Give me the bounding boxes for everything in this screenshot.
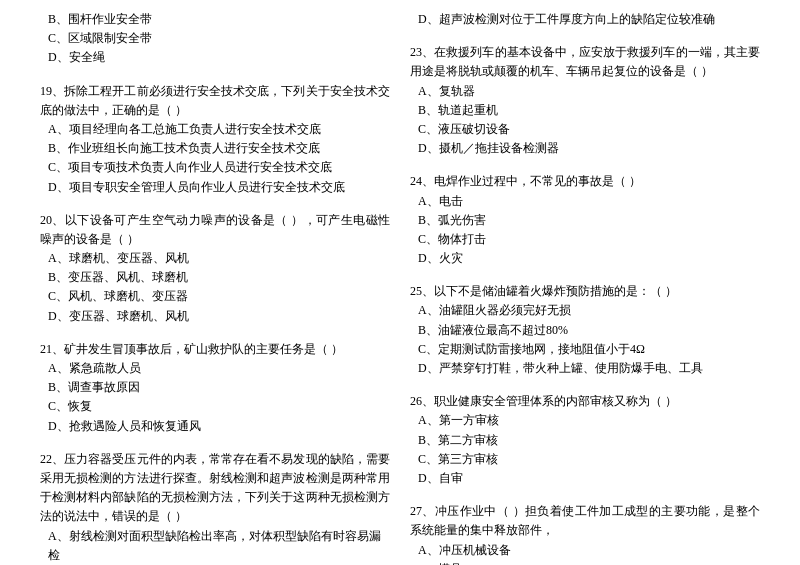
- option: B、弧光伤害: [410, 211, 760, 230]
- question-title: 20、以下设备可产生空气动力噪声的设备是（ ），可产生电磁性噪声的设备是（ ）: [40, 211, 390, 249]
- option: B、作业班组长向施工技术负责人进行安全技术交底: [40, 139, 390, 158]
- option: C、定期测试防雷接地网，接地阻值小于4Ω: [410, 340, 760, 359]
- option: A、第一方审核: [410, 411, 760, 430]
- question-title: 24、电焊作业过程中，不常见的事故是（ ）: [410, 172, 760, 191]
- option: A、射线检测对面积型缺陷检出率高，对体积型缺陷有时容易漏检: [40, 527, 390, 565]
- option: B、调查事故原因: [40, 378, 390, 397]
- option: D、摄机／拖挂设备检测器: [410, 139, 760, 158]
- option: A、电击: [410, 192, 760, 211]
- option: B、围杆作业安全带: [40, 10, 390, 29]
- option: C、恢复: [40, 397, 390, 416]
- option: A、油罐阻火器必须完好无损: [410, 301, 760, 320]
- question-block: 25、以下不是储油罐着火爆炸预防措施的是：（ ）A、油罐阻火器必须完好无损B、油…: [410, 282, 760, 378]
- question-block: 19、拆除工程开工前必须进行安全技术交底，下列关于安全技术交底的做法中，正确的是…: [40, 82, 390, 197]
- question-block: 23、在救援列车的基本设备中，应安放于救援列车的一端，其主要用途是将脱轨或颠覆的…: [410, 43, 760, 158]
- question-title: 23、在救援列车的基本设备中，应安放于救援列车的一端，其主要用途是将脱轨或颠覆的…: [410, 43, 760, 81]
- option: B、模具: [410, 560, 760, 565]
- question-title: 21、矿井发生冒顶事故后，矿山救护队的主要任务是（ ）: [40, 340, 390, 359]
- question-block: D、超声波检测对位于工件厚度方向上的缺陷定位较准确: [410, 10, 760, 29]
- question-block: 22、压力容器受压元件的内表，常常存在看不易发现的缺陷，需要采用无损检测的方法进…: [40, 450, 390, 565]
- question-block: 27、冲压作业中（ ）担负着使工件加工成型的主要功能，是整个系统能量的集中释放部…: [410, 502, 760, 565]
- option: A、球磨机、变压器、风机: [40, 249, 390, 268]
- right-column: D、超声波检测对位于工件厚度方向上的缺陷定位较准确23、在救援列车的基本设备中，…: [410, 10, 760, 565]
- question-block: 21、矿井发生冒顶事故后，矿山救护队的主要任务是（ ）A、紧急疏散人员B、调查事…: [40, 340, 390, 436]
- option: A、复轨器: [410, 82, 760, 101]
- option: A、项目经理向各工总施工负责人进行安全技术交底: [40, 120, 390, 139]
- option: B、变压器、风机、球磨机: [40, 268, 390, 287]
- question-title: 25、以下不是储油罐着火爆炸预防措施的是：（ ）: [410, 282, 760, 301]
- option: D、抢救遇险人员和恢复通风: [40, 417, 390, 436]
- option: D、安全绳: [40, 48, 390, 67]
- option: C、风机、球磨机、变压器: [40, 287, 390, 306]
- option: B、轨道起重机: [410, 101, 760, 120]
- left-column: B、围杆作业安全带C、区域限制安全带D、安全绳19、拆除工程开工前必须进行安全技…: [40, 10, 390, 565]
- option: B、第二方审核: [410, 431, 760, 450]
- question-block: 26、职业健康安全管理体系的内部审核又称为（ ）A、第一方审核B、第二方审核C、…: [410, 392, 760, 488]
- option: A、紧急疏散人员: [40, 359, 390, 378]
- option: B、油罐液位最高不超过80%: [410, 321, 760, 340]
- option: A、冲压机械设备: [410, 541, 760, 560]
- question-block: B、围杆作业安全带C、区域限制安全带D、安全绳: [40, 10, 390, 68]
- question-title: 19、拆除工程开工前必须进行安全技术交底，下列关于安全技术交底的做法中，正确的是…: [40, 82, 390, 120]
- option: D、严禁穿钉打鞋，带火种上罐、使用防爆手电、工具: [410, 359, 760, 378]
- question-title: 22、压力容器受压元件的内表，常常存在看不易发现的缺陷，需要采用无损检测的方法进…: [40, 450, 390, 527]
- option: D、项目专职安全管理人员向作业人员进行安全技术交底: [40, 178, 390, 197]
- question-title: 27、冲压作业中（ ）担负着使工件加工成型的主要功能，是整个系统能量的集中释放部…: [410, 502, 760, 540]
- option: C、液压破切设备: [410, 120, 760, 139]
- question-block: 20、以下设备可产生空气动力噪声的设备是（ ），可产生电磁性噪声的设备是（ ）A…: [40, 211, 390, 326]
- question-title: 26、职业健康安全管理体系的内部审核又称为（ ）: [410, 392, 760, 411]
- option: D、自审: [410, 469, 760, 488]
- option: C、第三方审核: [410, 450, 760, 469]
- question-block: 24、电焊作业过程中，不常见的事故是（ ）A、电击B、弧光伤害C、物体打击D、火…: [410, 172, 760, 268]
- option: D、变压器、球磨机、风机: [40, 307, 390, 326]
- page-content: B、围杆作业安全带C、区域限制安全带D、安全绳19、拆除工程开工前必须进行安全技…: [40, 10, 760, 565]
- option: D、超声波检测对位于工件厚度方向上的缺陷定位较准确: [410, 10, 760, 29]
- option: D、火灾: [410, 249, 760, 268]
- option: C、项目专项技术负责人向作业人员进行安全技术交底: [40, 158, 390, 177]
- option: C、区域限制安全带: [40, 29, 390, 48]
- option: C、物体打击: [410, 230, 760, 249]
